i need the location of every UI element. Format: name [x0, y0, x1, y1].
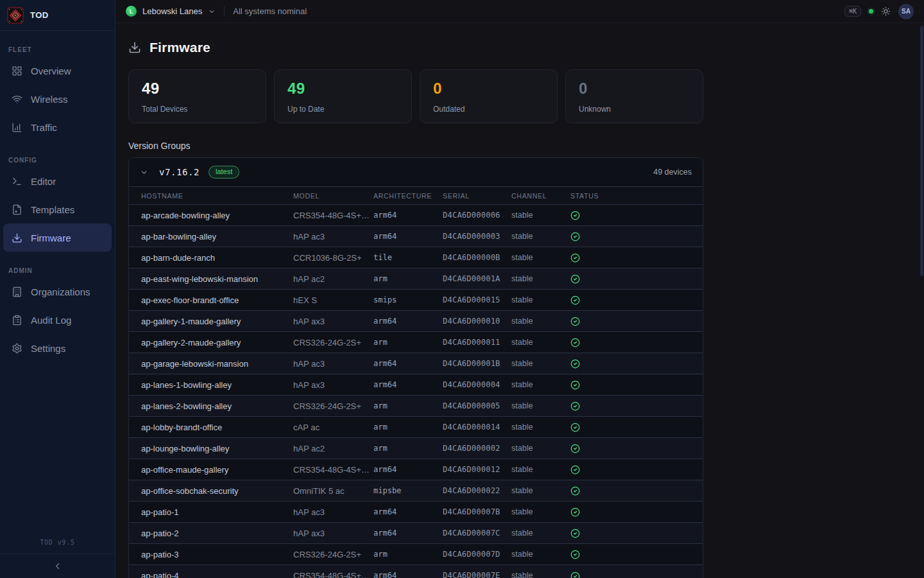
sidebar-item-wireless[interactable]: Wireless: [3, 85, 112, 113]
vertical-scrollbar[interactable]: [920, 26, 923, 276]
sidebar-item-editor[interactable]: Editor: [3, 167, 112, 195]
sidebar-item-organizations[interactable]: Organizations: [3, 277, 112, 306]
devices-table: HOSTNAME MODEL ARCHITECTURE SERIAL CHANN…: [129, 186, 703, 578]
check-circle-icon: [570, 401, 580, 411]
cell-model: CRS354-48G-4S+…: [293, 205, 373, 226]
col-serial: SERIAL: [443, 187, 511, 205]
sidebar-item-label: Audit Log: [31, 315, 71, 326]
sidebar-item-settings[interactable]: Settings: [3, 334, 112, 362]
sidebar-item-overview[interactable]: Overview: [3, 57, 112, 85]
table-row[interactable]: ap-patio-4CRS354-48G-4S+…arm64D4CA6D0000…: [129, 565, 703, 578]
sidebar-item-label: Traffic: [31, 122, 57, 133]
check-circle-icon: [570, 338, 580, 347]
cell-architecture: arm64: [373, 226, 443, 247]
cell-hostname: ap-arcade-bowling-alley: [129, 205, 293, 226]
sidebar-item-label: Settings: [31, 343, 65, 354]
table-row[interactable]: ap-garage-lebowski-mansionhAP ac3arm64D4…: [129, 353, 703, 374]
cell-architecture: smips: [373, 290, 443, 311]
content: Firmware 49Total Devices49Up to Date0Out…: [116, 23, 703, 578]
cell-channel: stable: [511, 502, 570, 523]
cell-status: [570, 226, 703, 247]
cell-model: OmniTIK 5 ac: [293, 480, 373, 502]
sidebar-item-audit-log[interactable]: Audit Log: [3, 306, 112, 334]
cell-status: [570, 523, 703, 544]
table-row[interactable]: ap-patio-1hAP ac3arm64D4CA6D00007Bstable: [129, 502, 703, 523]
command-palette-shortcut[interactable]: ⌘K: [844, 6, 861, 17]
check-circle-icon: [570, 253, 580, 263]
cell-hostname: ap-lounge-bowling-alley: [129, 438, 293, 459]
device-count: 49 devices: [653, 168, 692, 177]
cell-serial: D4CA6D00007D: [443, 544, 511, 565]
col-channel: CHANNEL: [511, 187, 570, 205]
check-circle-icon: [570, 380, 580, 390]
table-row[interactable]: ap-bar-bowling-alleyhAP ac3arm64D4CA6D00…: [129, 226, 703, 247]
stat-value: 49: [142, 80, 253, 98]
section-title: Version Groups: [128, 141, 703, 151]
cell-channel: stable: [511, 353, 570, 374]
cell-serial: D4CA6D00000B: [443, 247, 511, 268]
cell-architecture: arm64: [373, 459, 443, 480]
download-icon: [12, 232, 22, 243]
topbar-divider: [224, 6, 225, 17]
sidebar-item-label: Editor: [31, 176, 56, 187]
cell-hostname: ap-exec-floor-brandt-office: [129, 290, 293, 311]
table-row[interactable]: ap-lanes-1-bowling-alleyhAP ax3arm64D4CA…: [129, 374, 703, 396]
table-row[interactable]: ap-lanes-2-bowling-alleyCRS326-24G-2S+ar…: [129, 396, 703, 417]
table-row[interactable]: ap-patio-3CRS326-24G-2S+armD4CA6D00007Ds…: [129, 544, 703, 565]
download-icon: [128, 41, 141, 54]
cell-hostname: ap-lanes-2-bowling-alley: [129, 396, 293, 417]
table-row[interactable]: ap-exec-floor-brandt-officehEX SsmipsD4C…: [129, 290, 703, 311]
cell-channel: stable: [511, 438, 570, 459]
cell-model: hEX S: [293, 290, 373, 311]
cell-status: [570, 205, 703, 226]
topbar: L Lebowski Lanes All systems nominal ⌘K …: [116, 0, 924, 23]
page-title: Firmware: [150, 40, 210, 55]
table-row[interactable]: ap-arcade-bowling-alleyCRS354-48G-4S+…ar…: [129, 205, 703, 226]
chevron-down-icon: [208, 8, 216, 15]
table-row[interactable]: ap-barn-dude-ranchCCR1036-8G-2S+tileD4CA…: [129, 247, 703, 268]
table-row[interactable]: ap-patio-2hAP ax3arm64D4CA6D00007Cstable: [129, 523, 703, 544]
table-row[interactable]: ap-office-sobchak-securityOmniTIK 5 acmi…: [129, 480, 703, 502]
sidebar-item-templates[interactable]: Templates: [3, 195, 112, 223]
table-row[interactable]: ap-lounge-bowling-alleyhAP ac2armD4CA6D0…: [129, 438, 703, 459]
stat-label: Up to Date: [287, 105, 398, 114]
table-row[interactable]: ap-office-maude-galleryCRS354-48G-4S+…ar…: [129, 459, 703, 480]
cell-architecture: arm64: [373, 374, 443, 396]
stat-card-total-devices: 49Total Devices: [128, 69, 266, 123]
cell-status: [570, 247, 703, 268]
cell-architecture: arm: [373, 268, 443, 290]
table-row[interactable]: ap-lobby-brandt-officecAP acarmD4CA6D000…: [129, 417, 703, 438]
cell-serial: D4CA6D000005: [443, 396, 511, 417]
sun-icon[interactable]: [881, 6, 891, 16]
sidebar-item-traffic[interactable]: Traffic: [3, 113, 112, 141]
version-group-header[interactable]: v7.16.2 latest 49 devices: [129, 158, 703, 186]
nav-section-label: ADMIN: [3, 267, 112, 274]
cell-serial: D4CA6D000010: [443, 311, 511, 332]
cell-architecture: arm: [373, 417, 443, 438]
sidebar-item-firmware[interactable]: Firmware: [3, 223, 112, 252]
col-model: MODEL: [293, 187, 373, 205]
topbar-actions: ⌘K SA: [844, 4, 914, 19]
cell-architecture: arm64: [373, 502, 443, 523]
table-row[interactable]: ap-gallery-2-maude-galleryCRS326-24G-2S+…: [129, 332, 703, 353]
file-icon: [12, 204, 22, 215]
check-circle-icon: [570, 572, 580, 578]
cell-channel: stable: [511, 311, 570, 332]
check-circle-icon: [570, 359, 580, 369]
table-row[interactable]: ap-gallery-1-maude-galleryhAP ax3arm64D4…: [129, 311, 703, 332]
cell-channel: stable: [511, 544, 570, 565]
org-switcher[interactable]: L Lebowski Lanes: [126, 6, 216, 17]
stat-value: 49: [287, 80, 398, 98]
cell-architecture: arm: [373, 396, 443, 417]
cell-status: [570, 374, 703, 396]
sidebar-collapse-button[interactable]: [0, 554, 115, 578]
cell-hostname: ap-patio-4: [129, 565, 293, 578]
user-avatar[interactable]: SA: [898, 4, 914, 19]
table-row[interactable]: ap-east-wing-lebowski-mansionhAP ac2armD…: [129, 268, 703, 290]
stat-card-unknown: 0Unknown: [565, 69, 703, 123]
sidebar-header: TOD: [0, 0, 115, 31]
bar-chart-icon: [12, 122, 22, 133]
cell-model: hAP ax3: [293, 311, 373, 332]
cell-status: [570, 480, 703, 502]
tod-rug-logo-icon: [7, 7, 24, 24]
